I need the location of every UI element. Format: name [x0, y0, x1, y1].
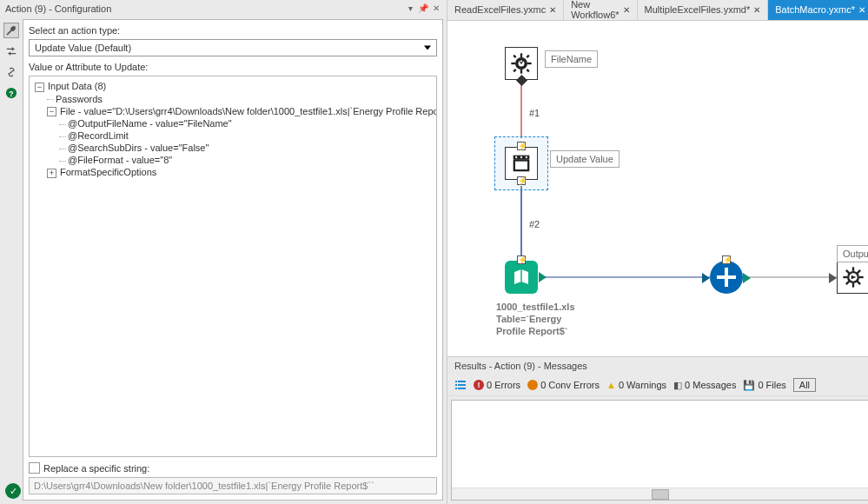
configuration-panel: Action (9) - Configuration ▾ 📌 ✕ ? [0, 0, 447, 504]
close-icon[interactable]: ✕ [549, 5, 556, 15]
attribute-tree[interactable]: −Input Data (8) Passwords −File - value=… [29, 76, 437, 457]
svg-rect-30 [455, 381, 457, 382]
output-label: Output [837, 245, 868, 262]
svg-rect-11 [513, 55, 516, 58]
tree-root[interactable]: −Input Data (8) [33, 80, 433, 93]
tab-multipleexcelfiles[interactable]: MultipleExcelFiles.yxmd*✕ [638, 0, 769, 20]
filename-label: FileName [545, 50, 598, 68]
tree-item[interactable]: @FileFormat - value="8" [33, 154, 433, 166]
svg-rect-31 [455, 384, 457, 386]
svg-rect-9 [511, 63, 515, 64]
input-data-label: 1000_testfile1.xls Table=`Energy Profile… [496, 301, 575, 337]
warnings-filter[interactable]: ▲0 Warnings [606, 380, 666, 390]
svg-point-20 [526, 156, 527, 158]
tree-item[interactable]: +FormatSpecificOptions [33, 166, 433, 179]
output-tool[interactable] [837, 261, 868, 294]
input-data-tool[interactable]: ⚡ [505, 261, 538, 294]
connection-label-1: #1 [529, 108, 540, 118]
svg-rect-12 [527, 55, 530, 58]
svg-rect-13 [513, 69, 516, 72]
files-filter[interactable]: 💾0 Files [743, 380, 785, 391]
config-toolbar: ? [3, 19, 23, 501]
swap-icon[interactable] [3, 43, 19, 59]
action-type-dropdown[interactable]: Update Value (Default) [29, 39, 437, 56]
replace-string-checkbox[interactable] [29, 462, 40, 474]
action-tool[interactable]: ⚡ ⚡ [505, 147, 538, 180]
horizontal-scrollbar[interactable] [452, 487, 868, 500]
svg-rect-8 [520, 70, 522, 74]
all-filter-button[interactable]: All [793, 378, 816, 392]
connection-label-2: #2 [529, 219, 540, 229]
replace-string-label: Replace a specific string: [43, 463, 149, 474]
tree-item[interactable]: Passwords [33, 93, 433, 105]
action-type-label: Select an action type: [29, 25, 437, 36]
svg-rect-14 [527, 69, 530, 72]
help-icon[interactable]: ? [3, 85, 19, 101]
results-panel: Results - Action (9) - Messages !0 Error… [447, 356, 868, 504]
workflow-canvas[interactable]: FileName #1 ⚡ ⚡ Update Value #2 ⚡ [447, 21, 868, 356]
expand-icon[interactable]: + [47, 169, 56, 178]
collapse-icon[interactable]: − [47, 107, 56, 116]
replace-string-input: D:\Users\grr4\Downloads\New folder\1000_… [29, 477, 437, 494]
panel-dropdown-icon[interactable]: ▾ [405, 3, 415, 14]
tab-newworkflow6[interactable]: New Workflow6*✕ [564, 0, 637, 20]
close-icon[interactable]: ✕ [858, 5, 865, 15]
conv-errors-filter[interactable]: 0 Conv Errors [527, 380, 600, 390]
replace-string-row: Replace a specific string: [29, 462, 437, 474]
scroll-thumb[interactable] [652, 489, 669, 500]
status-check-icon[interactable]: ✓ [5, 483, 21, 499]
close-icon[interactable]: ✕ [753, 5, 760, 15]
tree-item[interactable]: @RecordLimit [33, 129, 433, 142]
errors-filter[interactable]: !0 Errors [474, 380, 520, 390]
svg-line-29 [858, 270, 861, 274]
config-content: Select an action type: Update Value (Def… [23, 19, 443, 501]
svg-rect-16 [515, 162, 527, 169]
results-body [451, 400, 868, 501]
svg-rect-32 [455, 388, 457, 389]
svg-rect-33 [458, 381, 466, 382]
svg-text:?: ? [9, 90, 13, 98]
panel-pin-icon[interactable]: 📌 [418, 3, 428, 14]
svg-line-26 [846, 270, 850, 274]
lightning-icon: ⚡ [517, 176, 526, 185]
value-attribute-label: Value or Attribute to Update: [29, 62, 437, 72]
panel-header: Action (9) - Configuration ▾ 📌 ✕ [0, 0, 447, 17]
lightning-icon: ⚡ [517, 142, 526, 150]
svg-rect-34 [458, 384, 466, 386]
tab-readexcelfiles[interactable]: ReadExcelFiles.yxmc✕ [447, 0, 564, 20]
svg-rect-35 [458, 388, 466, 389]
update-value-label: Update Value [550, 150, 620, 168]
results-toolbar: !0 Errors 0 Conv Errors ▲0 Warnings ◧0 M… [447, 375, 868, 396]
tree-item[interactable]: @OutputFileName - value="FileName" [33, 117, 433, 129]
tab-batchmacro[interactable]: BatchMacro.yxmc*✕ [768, 0, 868, 20]
control-param-tool[interactable] [505, 47, 538, 80]
panel-title: Action (9) - Configuration [5, 3, 405, 14]
svg-point-18 [515, 156, 517, 158]
messages-filter[interactable]: ◧0 Messages [673, 380, 736, 391]
svg-rect-7 [520, 53, 522, 57]
panel-close-icon[interactable]: ✕ [431, 3, 441, 14]
link-icon[interactable] [3, 64, 19, 80]
tree-item[interactable]: @SearchSubDirs - value="False" [33, 142, 433, 154]
close-icon[interactable]: ✕ [623, 5, 630, 15]
list-view-icon[interactable] [454, 379, 467, 391]
macro-output-tool[interactable]: ⚡ [710, 261, 743, 294]
svg-rect-10 [527, 63, 532, 64]
svg-line-27 [858, 282, 861, 285]
svg-line-28 [846, 282, 850, 285]
tree-item[interactable]: −File - value="D:\Users\grr4\Downloads\N… [33, 105, 433, 118]
results-title: Results - Action (9) - Messages [447, 357, 868, 375]
workflow-tabs: ReadExcelFiles.yxmc✕ New Workflow6*✕ Mul… [447, 0, 868, 21]
wrench-icon[interactable] [3, 23, 19, 38]
svg-point-19 [520, 156, 522, 158]
collapse-icon[interactable]: − [35, 83, 44, 92]
lightning-icon: ⚡ [517, 255, 526, 264]
lightning-icon: ⚡ [722, 255, 731, 264]
